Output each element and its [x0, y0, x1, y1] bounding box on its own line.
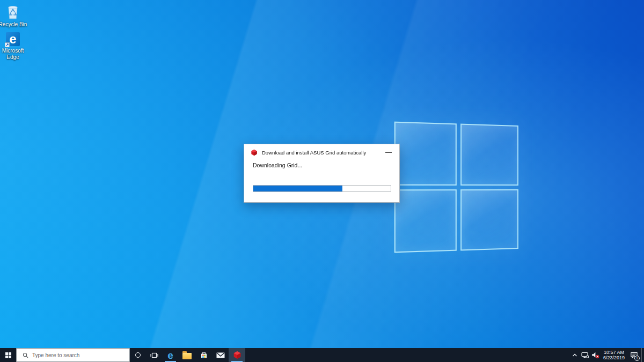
volume-muted-button[interactable] [590, 348, 601, 362]
windows-logo-pane [394, 122, 457, 186]
asus-grid-icon [251, 149, 258, 156]
windows-logo-pane [394, 189, 457, 253]
network-status-button[interactable] [580, 348, 590, 362]
taskbar-asus-grid-button[interactable] [229, 348, 245, 362]
search-icon [23, 352, 28, 358]
desktop-icon-label: Microsoft Edge [0, 48, 26, 61]
hidden-icons-button[interactable] [570, 348, 580, 362]
action-center-button[interactable]: 1 [627, 348, 641, 362]
edge-icon: e [167, 350, 173, 360]
ethernet-network-icon [581, 352, 589, 358]
cortana-button[interactable] [130, 348, 146, 362]
asus-grid-icon [233, 351, 241, 359]
task-view-icon [150, 352, 158, 359]
task-view-button[interactable] [146, 348, 162, 362]
cortana-icon [135, 352, 141, 358]
clock-time: 10:57 AM [604, 350, 624, 356]
system-tray: 10:57 AM 6/23/2019 1 [570, 348, 644, 362]
taskbar-store-button[interactable] [195, 348, 212, 362]
minimize-button[interactable]: — [381, 146, 396, 158]
progress-fill [253, 186, 342, 191]
asus-grid-installer-dialog: Download and install ASUS Grid automatic… [244, 144, 400, 203]
recycle-bin-icon [5, 4, 20, 20]
windows-logo [394, 122, 518, 253]
taskbar-mail-button[interactable] [212, 348, 229, 362]
start-button[interactable] [0, 348, 16, 362]
taskbar-search-box[interactable] [16, 348, 130, 362]
notification-badge: 1 [634, 356, 640, 361]
mail-icon [216, 351, 225, 359]
download-progress-bar [253, 185, 391, 192]
taskbar-edge-button[interactable]: e [162, 348, 179, 362]
desktop-wallpaper: Recycle Bin e Microsoft Edge Download an… [0, 0, 644, 362]
edge-icon: e [6, 32, 20, 46]
windows-logo-pane [460, 189, 518, 251]
file-explorer-icon [182, 353, 192, 359]
edge-letter: e [9, 33, 16, 45]
taskbar: e [0, 348, 644, 362]
show-desktop-button[interactable] [641, 348, 644, 362]
microsoft-store-icon [200, 351, 208, 359]
search-input[interactable] [32, 352, 115, 358]
dialog-title: Download and install ASUS Grid automatic… [262, 150, 381, 156]
taskbar-file-explorer-button[interactable] [179, 348, 195, 362]
download-status-text: Downloading Grid... [253, 162, 302, 168]
desktop-icon-recycle-bin[interactable]: Recycle Bin [0, 4, 29, 28]
windows-logo-pane [460, 124, 518, 186]
dialog-titlebar[interactable]: Download and install ASUS Grid automatic… [244, 144, 399, 160]
windows-start-icon [5, 352, 11, 358]
speaker-muted-icon [591, 352, 599, 359]
chevron-up-icon [572, 353, 577, 357]
shortcut-arrow-icon [5, 42, 10, 47]
taskbar-clock[interactable]: 10:57 AM 6/23/2019 [601, 348, 627, 362]
desktop-icon-microsoft-edge[interactable]: e Microsoft Edge [0, 32, 29, 61]
clock-date: 6/23/2019 [603, 355, 625, 361]
desktop-icon-label: Recycle Bin [0, 21, 27, 28]
